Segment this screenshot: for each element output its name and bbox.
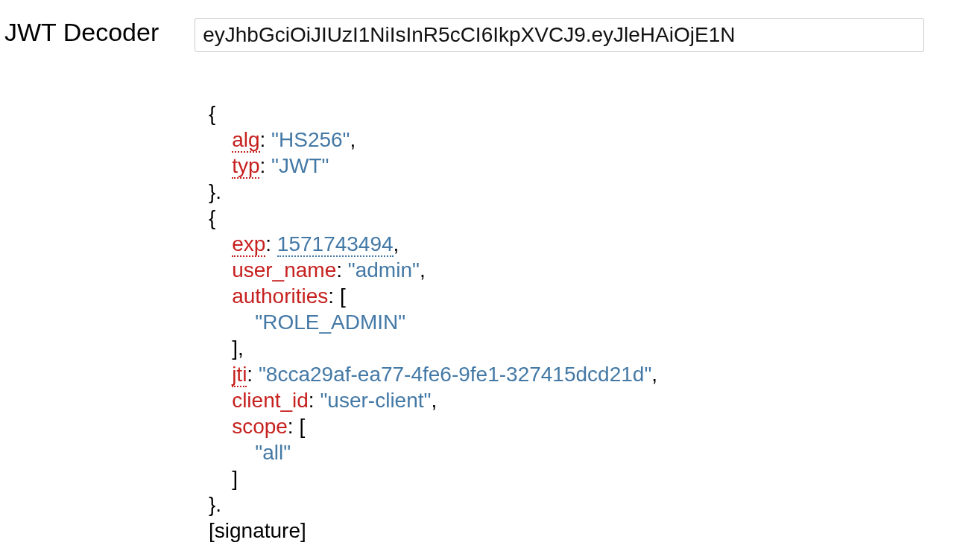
payload-value-user-name: "admin" (348, 258, 420, 281)
segment-dot: . (215, 180, 221, 203)
payload-key-authorities: authorities (232, 284, 328, 308)
colon: : (259, 154, 271, 177)
header-open-brace: { (209, 102, 215, 125)
payload-key-jti[interactable]: jti (232, 363, 247, 387)
colon: : (328, 284, 340, 308)
segment-dot: . (215, 493, 221, 516)
colon: : (265, 232, 277, 255)
decoded-output: { alg: "HS256", typ: "JWT" }. { exp: 157… (209, 74, 954, 544)
scope-open-bracket: [ (299, 415, 305, 438)
colon: : (309, 389, 320, 412)
payload-key-user-name: user_name (232, 258, 336, 281)
header-key-alg[interactable]: alg (232, 128, 259, 153)
comma: , (394, 232, 399, 255)
scope-value-0: "all" (255, 441, 291, 464)
page-title: JWT Decoder (4, 18, 159, 47)
colon: : (260, 128, 272, 151)
comma: , (420, 258, 426, 281)
authorities-open-bracket: [ (340, 284, 346, 308)
payload-value-client-id: "user-client" (320, 389, 431, 412)
authorities-value-0: "ROLE_ADMIN" (255, 311, 405, 334)
jwt-token-input[interactable] (195, 18, 924, 52)
authorities-close-bracket: ] (232, 337, 238, 360)
header-close-brace: } (209, 180, 215, 203)
payload-key-exp[interactable]: exp (232, 232, 265, 257)
header-key-typ[interactable]: typ (232, 154, 259, 179)
payload-open-brace: { (209, 206, 215, 229)
scope-close-bracket: ] (232, 467, 238, 490)
comma: , (431, 389, 437, 412)
colon: : (336, 258, 348, 281)
payload-close-brace: } (209, 493, 215, 516)
colon: : (288, 415, 300, 438)
signature-placeholder: [signature] (209, 519, 306, 542)
colon: : (247, 363, 259, 386)
payload-key-client-id: client_id (232, 389, 309, 412)
payload-value-exp[interactable]: 1571743494 (277, 232, 394, 257)
header-value-alg: "HS256" (271, 128, 350, 151)
header-value-typ: "JWT" (271, 154, 329, 177)
payload-value-jti: "8cca29af-ea77-4fe6-9fe1-327415dcd21d" (259, 363, 651, 386)
payload-key-scope: scope (232, 415, 288, 438)
comma: , (350, 128, 356, 151)
comma: , (651, 363, 657, 386)
comma: , (238, 337, 244, 360)
